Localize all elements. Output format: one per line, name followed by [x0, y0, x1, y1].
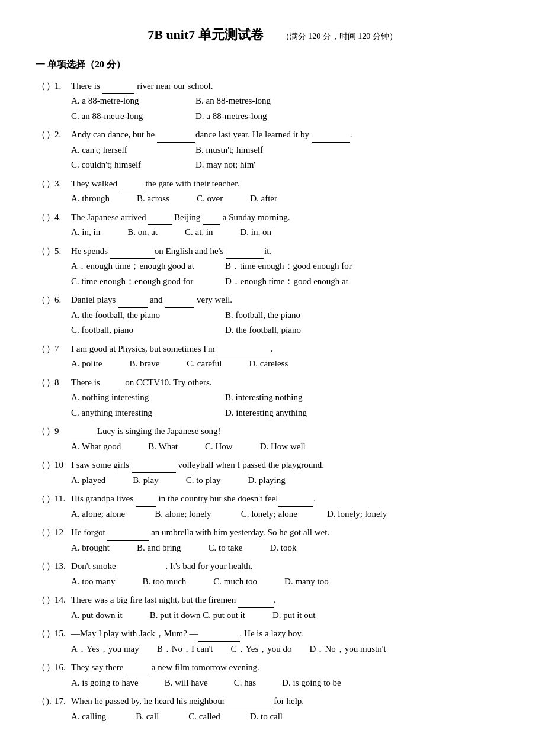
q4-options: A. in, in B. on, at C. at, in D. in, on [36, 225, 509, 240]
q17-opt-a: A. calling [71, 709, 106, 725]
q16-paren-left: （ [36, 660, 46, 675]
q9-paren-left: （ [36, 424, 46, 439]
q1-opt-b: B. an 88-metres-long [195, 94, 302, 109]
q2-paren-right: ） [46, 127, 54, 143]
q17-num: 17. [54, 694, 71, 709]
q9-options: A. What good B. What C. How D. How well [36, 439, 509, 455]
q1-paren-right: ） [46, 79, 54, 94]
q4-opt-b: B. on, at [127, 225, 158, 240]
q17-options: A. calling B. call C. called D. to call [36, 709, 509, 725]
q17-text: When he passed by, he heard his neighbou… [71, 694, 509, 709]
q17-opt-b: B. call [136, 709, 159, 725]
q16-opt-a: A. is going to have [71, 675, 139, 691]
question-8: （ ） 8 There is on CCTV10. Try others. A.… [36, 375, 509, 421]
q12-opt-a: A. brought [71, 541, 110, 556]
q15-opt-c: C．Yes，you do [231, 642, 292, 657]
q4-opt-c: C. at, in [185, 225, 213, 240]
q14-paren-right: ） [46, 593, 54, 608]
q8-opt-b: B. interesting nothing [225, 390, 302, 406]
question-3: （ ） 3. They walked the gate with their t… [36, 176, 509, 207]
q16-opt-b: B. will have [165, 675, 208, 691]
question-6: （ ） 6. Daniel plays and very well. A. th… [36, 292, 509, 338]
q15-num: 15. [54, 626, 71, 642]
q6-num: 6. [54, 292, 71, 308]
q10-options: A. played B. play C. to play D. playing [36, 473, 509, 488]
q9-paren-right: ） [46, 424, 54, 439]
q9-opt-b: B. What [148, 439, 178, 455]
q10-text: I saw some girls volleyball when I passe… [71, 458, 509, 473]
q3-text: They walked the gate with their teacher. [71, 176, 509, 192]
q17-paren-left: （ [36, 694, 46, 709]
q17-opt-c: C. called [188, 709, 220, 725]
q2-options: A. can't; herself B. mustn't; himself [36, 143, 509, 158]
q11-opt-c: C. lonely; alone [241, 507, 297, 522]
q8-options: A. nothing interesting B. interesting no… [36, 390, 509, 406]
q7-paren-right: ） [46, 342, 54, 357]
q15-opt-b: B．No．I can't [157, 642, 213, 657]
q6-options2: C. football, piano D. the football, pian… [36, 323, 509, 338]
q6-paren-right: ） [46, 292, 54, 308]
q2-opt-d: D. may not; him' [195, 157, 302, 173]
question-17: （ ). 17. When he passed by, he heard his… [36, 694, 509, 724]
q14-options: A. put down it B. put it down C. put out… [36, 608, 509, 623]
q5-text: He spends on English and he's it. [71, 244, 509, 259]
q5-num: 5. [54, 244, 71, 259]
q16-options: A. is going to have B. will have C. has … [36, 675, 509, 691]
q1-opt-a: A. a 88-metre-long [71, 94, 178, 109]
q3-opt-a: A. through [71, 191, 110, 207]
q13-opt-a: A. too many [71, 574, 116, 590]
q9-text: Lucy is singing the Japanese song! [71, 424, 509, 439]
q5-opt-b: B．time enough：good enough for [225, 259, 352, 274]
q14-paren-left: （ [36, 593, 46, 608]
q9-opt-c: C. How [205, 439, 233, 455]
q9-num: 9 [54, 424, 71, 439]
q6-options: A. the football, the piano B. football, … [36, 308, 509, 323]
q8-opt-c: C. anything interesting [71, 406, 207, 421]
question-2: （ ） 2. Andy can dance, but he dance last… [36, 127, 509, 173]
q14-text: There was a big fire last night, but the… [71, 593, 509, 608]
q8-num: 8 [54, 375, 71, 391]
q1-options2: C. an 88-metre-long D. a 88-metres-long [36, 109, 509, 124]
q15-paren-right: ） [46, 626, 54, 642]
q6-opt-a: A. the football, the piano [71, 308, 207, 323]
q16-opt-d: D. is going to be [282, 675, 341, 691]
q1-paren-left: （ [36, 79, 46, 94]
q7-opt-d: D. careless [249, 356, 288, 372]
q9-opt-a: A. What good [71, 439, 121, 455]
q13-paren-right: ） [46, 559, 54, 574]
q7-opt-a: A. polite [71, 356, 102, 372]
q11-paren-left: （ [36, 491, 46, 507]
q3-opt-d: D. after [250, 191, 277, 207]
q8-opt-d: D. interesting anything [225, 406, 307, 421]
q3-opt-b: B. across [137, 191, 169, 207]
q2-opt-b: B. mustn't; himself [195, 143, 302, 158]
q7-paren-left: （ [36, 342, 46, 357]
q8-text: There is on CCTV10. Try others. [71, 375, 509, 391]
question-16: （ ） 16. They say there a new film tomorr… [36, 660, 509, 690]
q15-opt-d: D．No，you mustn't [310, 642, 386, 657]
q16-paren-right: ） [46, 660, 54, 675]
q9-opt-d: D. How well [260, 439, 306, 455]
q5-paren-left: （ [36, 244, 46, 259]
q5-options2: C. time enough；enough good for D．enough … [36, 274, 509, 289]
q13-opt-c: C. much too [213, 574, 257, 590]
q14-num: 14. [54, 593, 71, 608]
q11-options: A. alone; alone B. alone; lonely C. lone… [36, 507, 509, 522]
q2-opt-c: C. couldn't; himself [71, 157, 178, 173]
q4-opt-a: A. in, in [71, 225, 100, 240]
q5-opt-a: A．enough time；enough good at [71, 259, 207, 274]
section1-header: 一 单项选择（20 分） [36, 56, 509, 72]
q12-text: He forgot an umbrella with him yesterday… [71, 525, 509, 541]
q2-text: Andy can dance, but he dance last year. … [71, 127, 509, 143]
q12-paren-right: ） [46, 525, 54, 541]
q1-opt-d: D. a 88-metres-long [195, 109, 302, 124]
q12-options: A. brought B. and bring C. to take D. to… [36, 541, 509, 556]
question-10: （ ） 10 I saw some girls volleyball when … [36, 458, 509, 488]
q1-opt-c: C. an 88-metre-long [71, 109, 178, 124]
q7-num: 7 [54, 342, 71, 357]
q8-paren-left: （ [36, 375, 46, 391]
q15-paren-left: （ [36, 626, 46, 642]
question-14: （ ） 14. There was a big fire last night,… [36, 593, 509, 623]
q5-opt-c: C. time enough；enough good for [71, 274, 207, 289]
question-11: （ ） 11. His grandpa lives in the country… [36, 491, 509, 522]
